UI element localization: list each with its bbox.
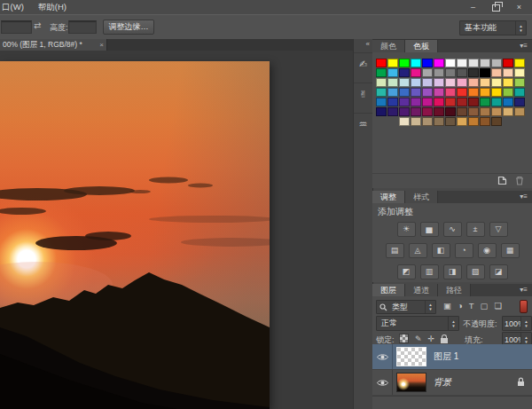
layer-thumbnail[interactable] — [396, 373, 426, 392]
panel-menu-icon[interactable]: ▾≡ — [520, 284, 532, 296]
adjustment-hue-saturation-icon[interactable]: ▤ — [386, 243, 404, 258]
swatch-4-7[interactable] — [445, 88, 456, 97]
swatch-1-13[interactable] — [514, 59, 525, 67]
tab-color[interactable]: 颜色 — [372, 40, 405, 52]
swatch-6-2[interactable] — [387, 107, 398, 116]
swatch-2-5[interactable] — [422, 68, 433, 77]
canvas-pasteboard[interactable] — [0, 51, 353, 409]
canvas-image-sunset[interactable] — [0, 61, 270, 409]
swatch-2-13[interactable] — [514, 68, 525, 77]
tab-styles[interactable]: 样式 — [405, 191, 438, 203]
adjustment-vibrance-icon[interactable]: ▽ — [489, 222, 508, 237]
swatch-7-9[interactable] — [468, 117, 479, 126]
adjustment-channel-mixer-icon[interactable]: ◉ — [478, 243, 497, 258]
lock-all-icon[interactable] — [441, 338, 448, 343]
adjustment-black-white-icon[interactable]: ◧ — [432, 243, 450, 258]
swatch-7-7[interactable] — [445, 117, 456, 126]
workspace-switcher[interactable]: 基本功能 — [459, 20, 527, 35]
swatch-3-6[interactable] — [434, 78, 444, 87]
swatch-7-4[interactable] — [411, 117, 421, 126]
swatch-6-6[interactable] — [434, 107, 444, 116]
swatch-5-3[interactable] — [399, 98, 410, 106]
swatch-7-5[interactable] — [422, 117, 433, 126]
layer-row[interactable]: 图层 1 — [372, 344, 532, 370]
swatch-2-3[interactable] — [399, 68, 410, 77]
history-panel-icon[interactable]: ✍ — [354, 52, 372, 70]
width-field[interactable] — [1, 20, 32, 34]
refine-edge-button[interactable]: 调整边缘… — [103, 20, 154, 35]
swatch-5-4[interactable] — [411, 98, 421, 106]
swatch-1-6[interactable] — [434, 59, 444, 67]
adjustment-invert-icon[interactable]: ◩ — [397, 264, 416, 279]
new-swatch-icon[interactable] — [497, 176, 507, 185]
swatch-2-12[interactable] — [503, 68, 513, 77]
swatch-4-5[interactable] — [422, 88, 433, 97]
height-field[interactable] — [68, 20, 97, 34]
swatch-1-8[interactable] — [457, 59, 467, 67]
swatch-5-12[interactable] — [503, 98, 513, 106]
swatch-6-5[interactable] — [422, 107, 433, 116]
adjustment-photo-filter-icon[interactable]: ◔ — [455, 243, 473, 258]
swatch-1-9[interactable] — [468, 59, 479, 67]
minimize-window-button[interactable]: – — [466, 3, 481, 12]
restore-window-button[interactable] — [489, 3, 504, 12]
filter-shape-layers-icon[interactable]: ▢ — [481, 301, 489, 311]
document-tab[interactable]: 00% (图层 1, RGB/8#) * × — [0, 39, 107, 51]
swatch-3-3[interactable] — [399, 78, 410, 87]
swatch-2-2[interactable] — [387, 68, 398, 77]
swatch-4-13[interactable] — [514, 88, 525, 97]
swatch-1-1[interactable] — [376, 59, 387, 67]
swatch-3-4[interactable] — [411, 78, 421, 87]
adjustment-color-balance-icon[interactable]: ◬ — [409, 243, 427, 258]
swatch-6-8[interactable] — [457, 107, 467, 116]
layer-visibility-toggle[interactable] — [372, 370, 393, 395]
layer-thumbnail[interactable] — [396, 347, 426, 366]
swatch-6-11[interactable] — [491, 107, 502, 116]
link-dimensions-icon[interactable]: ⇄ — [34, 20, 41, 30]
swatch-5-2[interactable] — [387, 98, 398, 106]
swatch-6-3[interactable] — [399, 107, 410, 116]
swatch-3-9[interactable] — [468, 78, 479, 87]
swatch-4-2[interactable] — [387, 88, 398, 97]
filter-type-layers-icon[interactable]: T — [469, 301, 474, 311]
filter-pixel-layers-icon[interactable]: ▣ — [443, 301, 451, 311]
blend-mode-dropdown[interactable]: 正常 — [376, 316, 459, 331]
swatch-2-9[interactable] — [468, 68, 479, 77]
swatch-6-4[interactable] — [411, 107, 421, 116]
swatch-2-4[interactable] — [411, 68, 421, 77]
swatch-3-12[interactable] — [503, 78, 513, 87]
swatch-1-2[interactable] — [387, 59, 398, 67]
tab-paths[interactable]: 路径 — [438, 284, 471, 296]
swatch-4-9[interactable] — [468, 88, 479, 97]
adjustment-curves-icon[interactable]: ∿ — [443, 222, 462, 237]
swatch-5-8[interactable] — [457, 98, 467, 106]
swatch-3-1[interactable] — [376, 78, 387, 87]
tab-layers[interactable]: 图层 — [372, 284, 405, 296]
lock-image-pixels-icon[interactable]: ✎ — [415, 334, 422, 343]
swatch-2-7[interactable] — [445, 68, 456, 77]
tab-adjustments[interactable]: 调整 — [372, 191, 405, 203]
filter-kind-dropdown[interactable]: 类型 — [376, 300, 436, 314]
swatch-7-6[interactable] — [434, 117, 444, 126]
swatch-3-2[interactable] — [387, 78, 398, 87]
close-window-button[interactable]: × — [512, 3, 527, 12]
swatch-1-7[interactable] — [445, 59, 456, 67]
lock-transparent-pixels-icon[interactable] — [399, 334, 409, 343]
panel-menu-icon[interactable]: ▾≡ — [520, 191, 532, 203]
adjustment-threshold-icon[interactable]: ◨ — [443, 264, 462, 279]
tab-channels[interactable]: 通道 — [405, 284, 438, 296]
swatch-3-5[interactable] — [422, 78, 433, 87]
swatch-4-11[interactable] — [491, 88, 502, 97]
swatch-3-7[interactable] — [445, 78, 456, 87]
filter-adjustment-layers-icon[interactable]: ◑ — [458, 301, 463, 311]
swatch-5-6[interactable] — [434, 98, 444, 106]
swatch-6-9[interactable] — [468, 107, 479, 116]
swatch-4-6[interactable] — [434, 88, 444, 97]
swatch-5-1[interactable] — [376, 98, 387, 106]
expand-panels-icon[interactable]: « — [366, 40, 372, 49]
swatch-6-13[interactable] — [514, 107, 525, 116]
swatch-5-9[interactable] — [468, 98, 479, 106]
document-close-icon[interactable]: × — [99, 41, 104, 49]
swatch-3-8[interactable] — [457, 78, 467, 87]
swatch-6-10[interactable] — [480, 107, 490, 116]
